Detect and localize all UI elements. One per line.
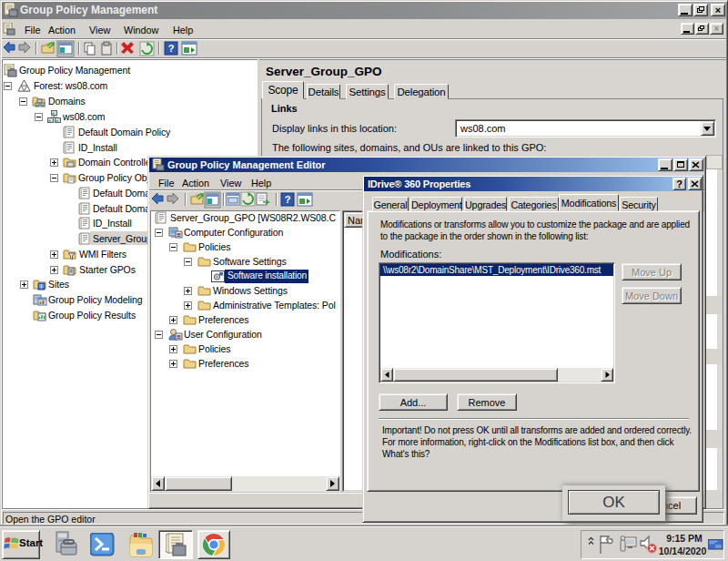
- svg-text:?: ?: [168, 43, 175, 54]
- svg-text:?: ?: [285, 194, 291, 205]
